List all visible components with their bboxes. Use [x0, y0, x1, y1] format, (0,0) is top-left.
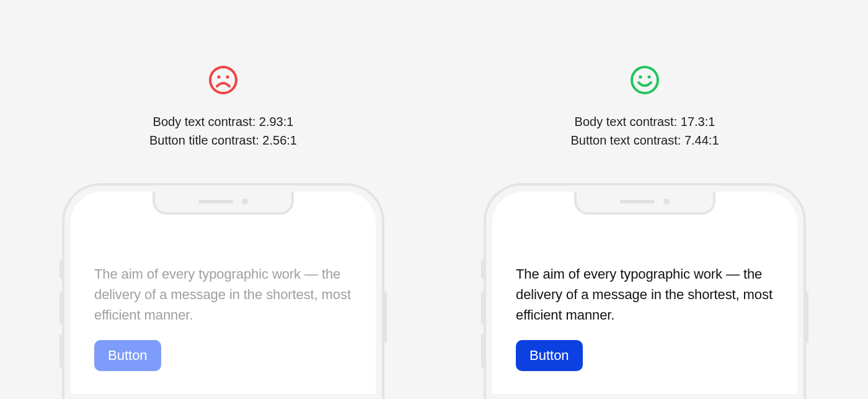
phone-side-button [60, 334, 63, 368]
svg-point-3 [632, 67, 658, 93]
good-example: Body text contrast: 17.3:1 Button text c… [484, 65, 806, 399]
phone-mockup: The aim of every typographic work — the … [62, 183, 384, 399]
svg-point-4 [639, 75, 642, 78]
body-text: The aim of every typographic work — the … [94, 264, 352, 325]
phone-side-button [384, 291, 387, 343]
body-contrast-label: Body text contrast: 17.3:1 [570, 112, 719, 131]
speaker-icon [620, 200, 655, 204]
camera-icon [663, 199, 670, 205]
svg-point-2 [226, 75, 229, 78]
body-contrast-label: Body text contrast: 2.93:1 [149, 112, 297, 131]
bad-example: Body text contrast: 2.93:1 Button title … [62, 65, 384, 399]
speaker-icon [198, 200, 233, 204]
phone-side-button [481, 291, 484, 325]
body-text: The aim of every typographic work — the … [516, 264, 774, 325]
demo-button[interactable]: Button [94, 340, 161, 371]
phone-mockup: The aim of every typographic work — the … [484, 183, 806, 399]
phone-side-button [481, 260, 484, 279]
svg-point-5 [647, 75, 650, 78]
phone-notch [153, 192, 294, 215]
phone-notch [574, 192, 715, 215]
demo-button[interactable]: Button [516, 340, 583, 371]
svg-point-1 [217, 75, 220, 78]
sad-face-icon [208, 65, 238, 97]
phone-side-button [481, 334, 484, 368]
demo-button-label: Button [529, 347, 569, 364]
svg-point-0 [210, 67, 236, 93]
button-contrast-label: Button text contrast: 7.44:1 [570, 131, 719, 150]
phone-side-button [805, 291, 808, 343]
phone-side-button [60, 260, 63, 279]
camera-icon [242, 199, 248, 205]
happy-face-icon [630, 65, 660, 97]
demo-button-label: Button [108, 347, 148, 364]
phone-side-button [60, 291, 63, 325]
button-contrast-label: Button title contrast: 2.56:1 [149, 131, 297, 150]
